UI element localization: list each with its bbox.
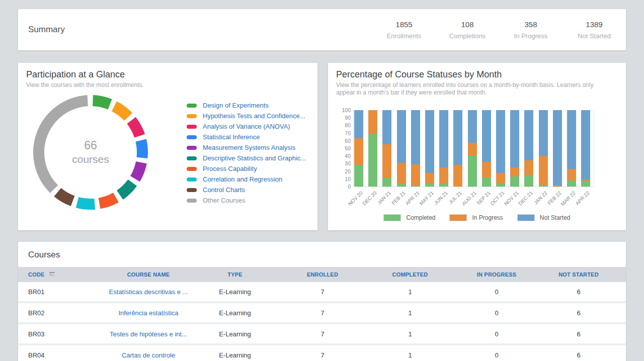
bar-segment-completed[interactable] bbox=[482, 177, 491, 187]
legend-item[interactable]: Design of Experiments bbox=[187, 100, 306, 111]
legend-item[interactable]: Analysis of Variance (ANOVA) bbox=[187, 121, 306, 132]
header-cell-in-progress[interactable]: IN PROGRESS bbox=[444, 272, 549, 278]
bar-segment-completed[interactable] bbox=[510, 176, 519, 187]
bar-segment-completed[interactable] bbox=[425, 184, 434, 187]
bar-segment-in-progress[interactable] bbox=[510, 167, 519, 176]
course-name-link[interactable]: Inferência estatística bbox=[118, 309, 178, 317]
sort-icon[interactable] bbox=[49, 272, 55, 277]
cell-course-name[interactable]: Estatísticas descritivas e ... bbox=[96, 288, 201, 296]
bar-segment-in-progress[interactable] bbox=[425, 173, 434, 184]
donut-chart[interactable] bbox=[32, 94, 149, 211]
stacked-bar[interactable] bbox=[439, 110, 448, 187]
legend-item[interactable]: Control Charts bbox=[187, 185, 306, 195]
legend-label[interactable]: Hypothesis Tests and Confidence... bbox=[203, 112, 305, 120]
bar-segment-in-progress[interactable] bbox=[453, 165, 462, 187]
bar-segment-in-progress[interactable] bbox=[468, 143, 477, 155]
bar-segment-completed[interactable] bbox=[468, 155, 477, 187]
bar-segment-in-progress[interactable] bbox=[411, 164, 420, 186]
cell-course-name[interactable]: Inferência estatística bbox=[96, 309, 201, 317]
donut-segment[interactable] bbox=[57, 192, 72, 201]
stacked-bar[interactable] bbox=[425, 110, 434, 187]
course-name-link[interactable]: Estatísticas descritivas e ... bbox=[109, 288, 188, 296]
stacked-bar[interactable] bbox=[510, 110, 519, 187]
stacked-bar[interactable] bbox=[496, 110, 505, 187]
donut-segment[interactable] bbox=[39, 101, 88, 189]
bar-segment-not-started[interactable] bbox=[510, 110, 519, 167]
legend-item[interactable]: Statistical Inference bbox=[187, 132, 306, 142]
donut-segment[interactable] bbox=[135, 162, 141, 179]
donut-segment[interactable] bbox=[141, 140, 142, 158]
legend-item[interactable]: Correlation and Regression bbox=[187, 174, 306, 185]
stacked-bar[interactable] bbox=[453, 110, 462, 187]
stacked-bar[interactable] bbox=[567, 110, 576, 187]
bar-segment-in-progress[interactable] bbox=[482, 162, 491, 177]
donut-segment[interactable] bbox=[114, 106, 128, 117]
header-cell-type[interactable]: TYPE bbox=[201, 272, 269, 278]
bar-segment-completed[interactable] bbox=[539, 185, 548, 187]
legend-label[interactable]: Analysis of Variance (ANOVA) bbox=[203, 123, 290, 130]
legend-label[interactable]: Statistical Inference bbox=[203, 133, 260, 141]
bar-segment-in-progress[interactable] bbox=[397, 163, 406, 185]
header-cell-code[interactable]: CODE bbox=[18, 272, 96, 278]
bar-segment-not-started[interactable] bbox=[567, 110, 576, 169]
legend-label[interactable]: Measurement Systems Analysis bbox=[203, 144, 295, 151]
legend-label[interactable]: Design of Experiments bbox=[203, 102, 269, 109]
bar-segment-not-started[interactable] bbox=[411, 110, 420, 164]
bar-segment-completed[interactable] bbox=[382, 178, 391, 187]
bar-segment-completed[interactable] bbox=[368, 134, 377, 187]
course-name-link[interactable]: Cartas de controle bbox=[122, 351, 175, 359]
donut-segment[interactable] bbox=[93, 101, 110, 104]
bar-segment-not-started[interactable] bbox=[524, 110, 533, 160]
bar-segment-in-progress[interactable] bbox=[382, 144, 391, 178]
stacked-bar[interactable] bbox=[468, 110, 477, 187]
legend-label[interactable]: Process Capability bbox=[203, 165, 257, 172]
legend-item[interactable]: Hypothesis Tests and Confidence... bbox=[187, 111, 306, 121]
bar-segment-in-progress[interactable] bbox=[354, 138, 363, 165]
bar-segment-completed[interactable] bbox=[397, 184, 406, 187]
bar-segment-in-progress[interactable] bbox=[567, 169, 576, 180]
header-cell-not-started[interactable]: NOT STARTED bbox=[549, 272, 608, 278]
bar-segment-not-started[interactable] bbox=[425, 110, 434, 173]
course-name-link[interactable]: Testes de hipóteses e int... bbox=[110, 330, 187, 338]
bar-segment-in-progress[interactable] bbox=[368, 110, 377, 134]
bar-segment-not-started[interactable] bbox=[382, 110, 391, 144]
bar-segment-not-started[interactable] bbox=[397, 110, 406, 163]
cell-course-name[interactable]: Cartas de controle bbox=[96, 351, 201, 359]
bar-segment-completed[interactable] bbox=[524, 175, 533, 187]
bar-segment-in-progress[interactable] bbox=[553, 186, 562, 187]
bar-segment-in-progress[interactable] bbox=[524, 160, 533, 175]
legend-item[interactable]: Descriptive Statistics and Graphic... bbox=[187, 153, 306, 163]
donut-segment[interactable] bbox=[120, 183, 132, 195]
bar-segment-in-progress[interactable] bbox=[496, 173, 505, 184]
legend-item[interactable]: Measurement Systems Analysis bbox=[187, 142, 306, 153]
bar-segment-completed[interactable] bbox=[496, 184, 505, 187]
bar-segment-not-started[interactable] bbox=[553, 110, 562, 186]
bar-segment-not-started[interactable] bbox=[496, 110, 505, 173]
bar-segment-not-started[interactable] bbox=[354, 110, 363, 138]
bar-segment-completed[interactable] bbox=[354, 165, 363, 187]
stacked-bar[interactable] bbox=[368, 110, 377, 187]
bar-segment-not-started[interactable] bbox=[482, 110, 491, 162]
bar-segment-not-started[interactable] bbox=[539, 110, 548, 156]
stacked-bar[interactable] bbox=[411, 110, 420, 187]
stacked-bar[interactable] bbox=[581, 110, 590, 187]
bar-segment-not-started[interactable] bbox=[468, 110, 477, 143]
donut-segment[interactable] bbox=[131, 120, 140, 136]
bar-segment-not-started[interactable] bbox=[453, 110, 462, 165]
legend-label[interactable]: Correlation and Regression bbox=[203, 175, 282, 183]
stacked-bar[interactable] bbox=[539, 110, 548, 187]
donut-segment[interactable] bbox=[77, 203, 95, 204]
bar-segment-in-progress[interactable] bbox=[439, 167, 448, 184]
bar-segment-in-progress[interactable] bbox=[539, 156, 548, 185]
cell-course-name[interactable]: Testes de hipóteses e int... bbox=[96, 330, 201, 338]
header-cell-enrolled[interactable]: ENROLLED bbox=[269, 272, 376, 278]
bar-segment-completed[interactable] bbox=[581, 181, 590, 187]
legend-item[interactable]: Process Capability bbox=[187, 163, 306, 174]
stacked-bar[interactable] bbox=[397, 110, 406, 187]
bar-segment-completed[interactable] bbox=[439, 184, 448, 187]
header-cell-course-name[interactable]: COURSE NAME bbox=[96, 272, 201, 278]
stacked-bar[interactable] bbox=[382, 110, 391, 187]
stacked-bar[interactable] bbox=[482, 110, 491, 187]
bar-segment-completed[interactable] bbox=[411, 186, 420, 187]
legend-label[interactable]: Control Charts bbox=[203, 186, 245, 194]
